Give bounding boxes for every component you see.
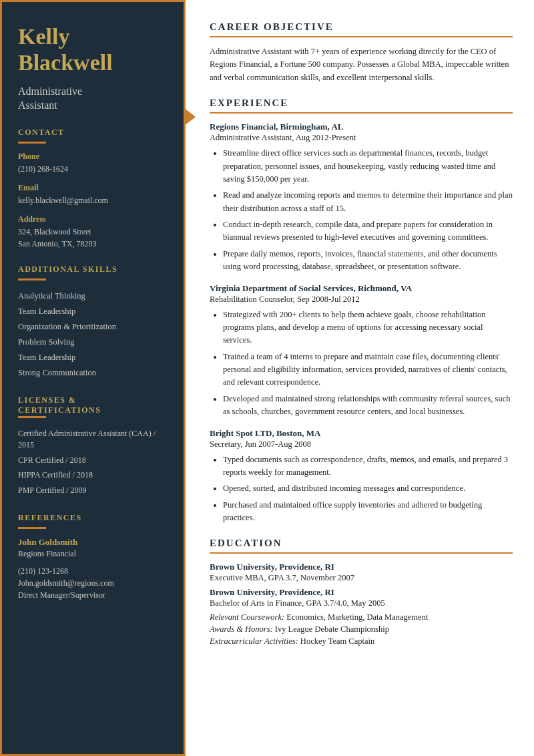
list-item: Conduct in-depth research, compile data,… — [223, 218, 513, 244]
list-item: Opened, sorted, and distributed incoming… — [223, 482, 513, 495]
edu-degree: Bachelor of Arts in Finance, GPA 3.7/4.0… — [210, 598, 513, 608]
edu-awards-value: Ivy League Debate Championship — [273, 624, 389, 634]
list-item: Analytical Thinking — [18, 289, 168, 304]
career-objective-text: Administrative Assistant with 7+ years o… — [210, 45, 513, 84]
list-item: Organization & Prioritization — [18, 319, 168, 335]
address-line1: 324, Blackwood Street — [18, 226, 168, 238]
licenses-divider — [18, 416, 46, 418]
list-item: PMP Certified / 2009 — [18, 483, 168, 498]
job-role: Rehabilitation Counselor, Sep 2008-Jul 2… — [210, 295, 513, 305]
address-label: Address — [18, 214, 168, 224]
job-employer: Virginia Department of Social Services, … — [210, 283, 513, 294]
edu-coursework-label: Relevant Coursework: — [210, 612, 284, 622]
reference-role: Direct Manager/Supervisor — [18, 589, 168, 601]
reference-company: Regions Financial — [18, 548, 168, 560]
list-item: CPR Certified / 2018 — [18, 453, 168, 468]
resume-container: Kelly Blackwell AdministrativeAssistant … — [0, 0, 534, 756]
list-item: Strategized with 200+ clients to help th… — [223, 309, 513, 347]
job-employer: Regions Financial, Birmingham, AL — [210, 122, 513, 132]
main-content: CAREER OBJECTIVE Administrative Assistan… — [186, 0, 534, 756]
job-bullets: Streamline direct office services such a… — [223, 147, 513, 273]
list-item: Team Leadership — [18, 350, 168, 365]
edu-extra-value: Hockey Team Captain — [298, 636, 374, 646]
reference-email: John.goldsmith@regions.com — [18, 577, 168, 589]
job-role: Administrative Assistant, Aug 2012-Prese… — [210, 133, 513, 143]
career-objective-divider — [210, 36, 513, 37]
reference-phone: (210) 123-1268 — [18, 565, 168, 577]
edu-awards-label: Awards & Honors: — [210, 624, 273, 634]
email-label: Email — [18, 183, 168, 193]
phone-label: Phone — [18, 152, 168, 162]
education-title: EDUCATION — [210, 538, 513, 549]
job-role: Secretary, Jun 2007-Aug 2008 — [210, 439, 513, 449]
list-item: Read and analyze incoming reports and me… — [223, 189, 513, 215]
references-section-title: REFERENCES — [18, 513, 168, 523]
experience-divider — [210, 112, 513, 114]
list-item: Prepare daily memos, reports, invoices, … — [223, 248, 513, 274]
edu-degree: Executive MBA, GPA 3.7, November 2007 — [210, 573, 513, 583]
edu-school: Brown University, Providence, RI — [210, 562, 513, 572]
sidebar: Kelly Blackwell AdministrativeAssistant … — [0, 0, 186, 756]
phone-value: (210) 268-1624 — [18, 163, 168, 175]
job-bullets: Typed documents such as correspondence, … — [223, 453, 513, 525]
candidate-title: AdministrativeAssistant — [18, 85, 168, 113]
skills-divider — [18, 278, 46, 280]
email-value: kelly.blackwell@gmail.com — [18, 194, 168, 206]
education-divider — [210, 552, 513, 554]
list-item: Typed documents such as correspondence, … — [223, 453, 513, 480]
candidate-name: Kelly Blackwell — [18, 23, 168, 75]
edu-awards: Awards & Honors: Ivy League Debate Champ… — [210, 624, 513, 634]
references-divider — [18, 527, 46, 529]
skills-section-title: ADDITIONAL SKILLS — [18, 264, 168, 274]
list-item: Purchased and maintained office supply i… — [223, 499, 513, 525]
edu-extra-label: Extracurricular Activities: — [210, 636, 298, 646]
list-item: Team Leadership — [18, 304, 168, 319]
edu-coursework-value: Economics, Marketing, Data Management — [284, 612, 428, 622]
contact-section-title: CONTACT — [18, 128, 168, 138]
career-objective-title: CAREER OBJECTIVE — [210, 21, 513, 33]
edu-school: Brown University, Providence, RI — [210, 587, 513, 598]
list-item: Certified Administrative Assistant (CAA)… — [18, 426, 168, 453]
education-entry: Brown University, Providence, RI Bachelo… — [210, 587, 513, 608]
list-item: Strong Communication — [18, 365, 168, 381]
list-item: Streamline direct office services such a… — [223, 147, 513, 186]
reference-name: John Goldsmith — [18, 537, 168, 548]
licenses-section-title: LICENSES &CERTIFICATIONS — [18, 395, 168, 416]
education-entry: Brown University, Providence, RI Executi… — [210, 562, 513, 583]
job-employer: Bright Spot LTD, Boston, MA — [210, 428, 513, 439]
list-item: HIPPA Certified / 2018 — [18, 467, 168, 483]
edu-coursework: Relevant Coursework: Economics, Marketin… — [210, 612, 513, 622]
edu-extracurricular: Extracurricular Activities: Hockey Team … — [210, 636, 513, 646]
list-item: Developed and maintained strong relation… — [223, 393, 513, 419]
address-line2: San Antonio, TX, 78203 — [18, 238, 168, 250]
list-item: Trained a team of 4 interns to prepare a… — [223, 351, 513, 389]
job-bullets: Strategized with 200+ clients to help th… — [223, 309, 513, 419]
arrow-decoration-icon — [184, 108, 196, 126]
list-item: Problem Solving — [18, 335, 168, 350]
experience-title: EXPERIENCE — [210, 98, 513, 109]
contact-divider — [18, 142, 46, 144]
